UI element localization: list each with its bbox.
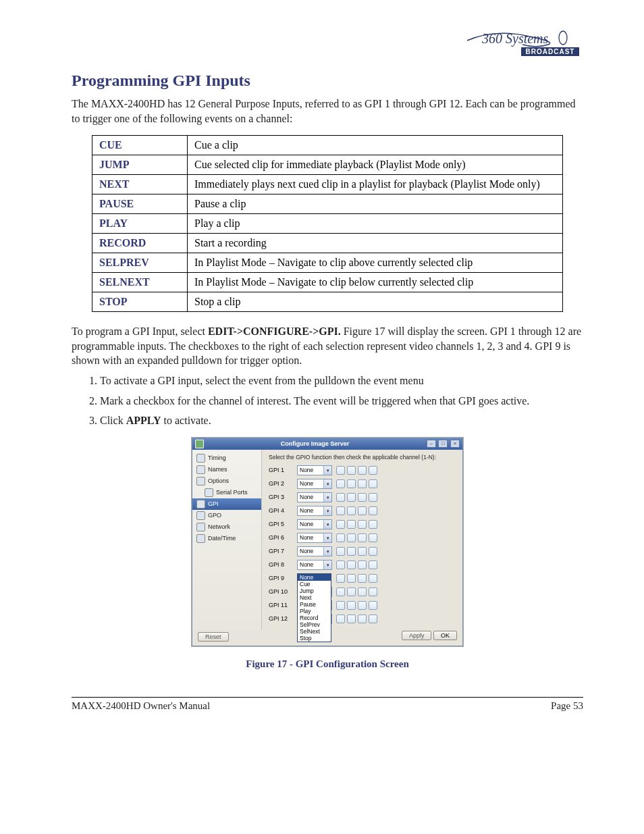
- channel-checkbox[interactable]: [336, 574, 345, 583]
- channel-checkbox[interactable]: [347, 479, 356, 488]
- channel-checkbox[interactable]: [358, 601, 367, 610]
- sidebar-item-gpo[interactable]: GPO: [192, 510, 261, 521]
- sidebar-item-timing[interactable]: Timing: [192, 452, 261, 464]
- channel-checkbox[interactable]: [358, 506, 367, 515]
- channel-checkbox[interactable]: [336, 466, 345, 475]
- channel-checkbox[interactable]: [336, 561, 345, 569]
- channel-checkbox[interactable]: [358, 466, 367, 475]
- reset-button[interactable]: Reset: [198, 632, 229, 642]
- gpi-label: GPI 9: [269, 575, 292, 581]
- function-select[interactable]: None▾: [297, 465, 332, 475]
- dropdown-option[interactable]: Pause: [298, 601, 331, 608]
- channel-checkbox[interactable]: [369, 601, 377, 610]
- command-name: PAUSE: [92, 194, 188, 214]
- dropdown-option[interactable]: Stop: [298, 635, 331, 642]
- channel-checkbox[interactable]: [358, 547, 367, 556]
- channel-checkbox[interactable]: [358, 520, 367, 529]
- sidebar-item-serial-ports[interactable]: Serial Ports: [192, 487, 261, 498]
- channel-checkbox[interactable]: [336, 520, 345, 529]
- menu-path: EDIT->CONFIGURE->GPI.: [208, 325, 341, 337]
- channel-checkbox[interactable]: [358, 493, 367, 502]
- table-row: SELPREVIn Playlist Mode – Navigate to cl…: [92, 253, 563, 273]
- dropdown-option[interactable]: SelPrev: [298, 621, 331, 628]
- gpi-label: GPI 10: [269, 588, 292, 595]
- channel-checkbox[interactable]: [369, 520, 377, 529]
- channel-checkbox[interactable]: [369, 615, 377, 623]
- chevron-down-icon[interactable]: ▾: [323, 479, 331, 488]
- sidebar-item-options[interactable]: Options: [192, 475, 261, 487]
- function-select[interactable]: None▾: [297, 519, 332, 529]
- channel-checkbox[interactable]: [347, 533, 356, 542]
- channel-checkbox[interactable]: [358, 533, 367, 542]
- dropdown-option[interactable]: SelNext: [298, 628, 331, 635]
- ok-button[interactable]: OK: [433, 631, 457, 640]
- channel-checkbox[interactable]: [369, 547, 377, 556]
- minimize-button[interactable]: –: [427, 440, 436, 448]
- dropdown-option[interactable]: Play: [298, 608, 331, 615]
- function-select[interactable]: None▾: [297, 546, 332, 556]
- channel-checkbox[interactable]: [347, 506, 356, 515]
- channel-checkbox[interactable]: [369, 561, 377, 569]
- channel-checkbox[interactable]: [369, 479, 377, 488]
- channel-checkbox[interactable]: [347, 601, 356, 610]
- dropdown-option[interactable]: Next: [298, 594, 331, 601]
- sidebar-item-names[interactable]: Names: [192, 464, 261, 475]
- channel-checkbox[interactable]: [336, 601, 345, 610]
- sidebar-item-gpi[interactable]: GPI: [192, 498, 261, 510]
- channel-checkbox[interactable]: [347, 547, 356, 556]
- channel-checkbox[interactable]: [336, 479, 345, 488]
- chevron-down-icon[interactable]: ▾: [323, 533, 331, 542]
- channel-checkbox[interactable]: [336, 493, 345, 502]
- sidebar-label: Date/Time: [208, 535, 236, 542]
- sidebar-item-date-time[interactable]: Date/Time: [192, 533, 261, 544]
- channel-checks: [336, 493, 377, 502]
- chevron-down-icon[interactable]: ▾: [323, 561, 331, 569]
- channel-checkbox[interactable]: [369, 506, 377, 515]
- chevron-down-icon[interactable]: ▾: [323, 466, 331, 475]
- function-select[interactable]: None▾: [297, 533, 332, 543]
- apply-button[interactable]: Apply: [402, 631, 432, 640]
- channel-checkbox[interactable]: [347, 493, 356, 502]
- channel-checkbox[interactable]: [347, 561, 356, 569]
- channel-checkbox[interactable]: [336, 533, 345, 542]
- channel-checkbox[interactable]: [358, 561, 367, 569]
- channel-checkbox[interactable]: [347, 574, 356, 583]
- channel-checkbox[interactable]: [336, 506, 345, 515]
- chevron-down-icon[interactable]: ▾: [323, 506, 331, 515]
- sidebar-icon: [196, 511, 205, 520]
- channel-checkbox[interactable]: [336, 615, 345, 623]
- gpi-row: GPI 7None▾: [269, 546, 456, 557]
- channel-checkbox[interactable]: [358, 615, 367, 623]
- function-select[interactable]: None▾: [297, 479, 332, 489]
- chevron-down-icon[interactable]: ▾: [323, 520, 331, 529]
- channel-checkbox[interactable]: [369, 588, 377, 596]
- dropdown-option[interactable]: Jump: [298, 588, 331, 594]
- chevron-down-icon[interactable]: ▾: [323, 493, 331, 502]
- gpi-row: GPI 6None▾: [269, 532, 456, 544]
- channel-checkbox[interactable]: [347, 520, 356, 529]
- function-select[interactable]: None▾: [297, 560, 332, 570]
- channel-checkbox[interactable]: [347, 615, 356, 623]
- channel-checkbox[interactable]: [369, 466, 377, 475]
- close-button[interactable]: ×: [450, 440, 460, 448]
- sidebar-item-network[interactable]: Network: [192, 521, 261, 533]
- chevron-down-icon[interactable]: ▾: [323, 547, 331, 556]
- channel-checkbox[interactable]: [347, 588, 356, 596]
- channel-checkbox[interactable]: [369, 533, 377, 542]
- function-select[interactable]: None▾: [297, 492, 332, 502]
- channel-checkbox[interactable]: [358, 479, 367, 488]
- channel-checkbox[interactable]: [369, 574, 377, 583]
- function-select[interactable]: None▾: [297, 506, 332, 516]
- channel-checkbox[interactable]: [347, 466, 356, 475]
- channel-checkbox[interactable]: [336, 547, 345, 556]
- dropdown-option[interactable]: Cue: [298, 581, 331, 588]
- channel-checkbox[interactable]: [358, 574, 367, 583]
- dropdown-option[interactable]: None: [298, 574, 331, 581]
- channel-checks: [336, 547, 377, 556]
- dropdown-option[interactable]: Record: [298, 615, 331, 621]
- maximize-button[interactable]: □: [438, 440, 448, 448]
- channel-checkbox[interactable]: [369, 493, 377, 502]
- channel-checkbox[interactable]: [358, 588, 367, 596]
- channel-checkbox[interactable]: [336, 588, 345, 596]
- dropdown-open[interactable]: NoneCueJumpNextPausePlayRecordSelPrevSel…: [297, 573, 331, 642]
